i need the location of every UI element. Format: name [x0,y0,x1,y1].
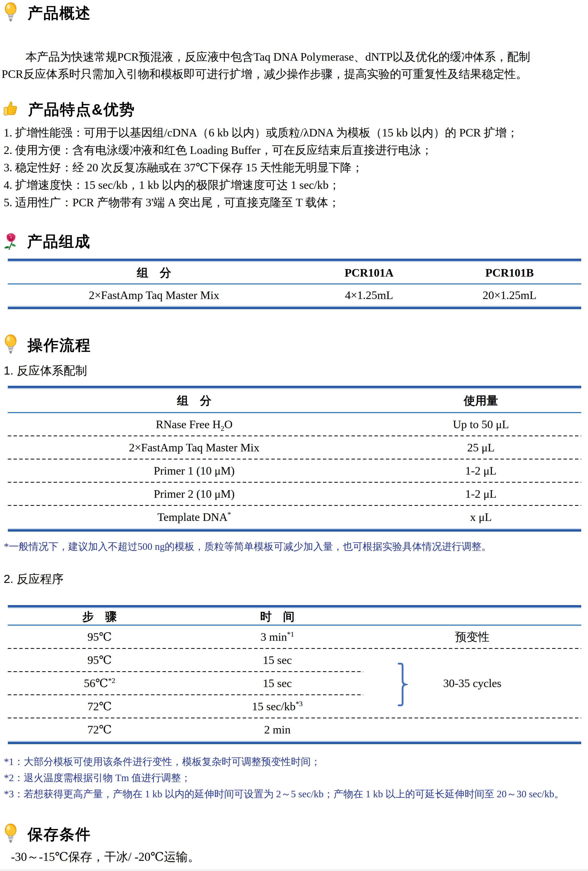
system-table-footnote: *一般情况下，建议加入不超过500 ng的模板，质粒等简单模板可减少加入量，也可… [4,539,588,555]
table-rule [8,259,581,262]
table-cell-time: 15 sec [192,677,364,690]
cycle-brace [397,662,408,708]
composition-table: 组 分 PCR101A PCR101B 2×FastAmp Taq Master… [8,259,581,309]
table-rule [8,528,581,531]
program-footnote: *1：大部分模板可使用该条件进行变性，模板复杂时可调整预变性时间； [4,754,588,770]
table-header-row: 组 分 使用量 [8,389,581,412]
table-cell-component: Primer 1 (10 μM) [8,464,380,477]
table-cell-time: 15 sec [192,654,364,667]
table-cell-amount: x μL [380,510,581,524]
step2-label: 2. 反应程序 [4,571,588,587]
table-cell-step: 95℃ [8,630,192,644]
column-header-step: 步 骤 [8,609,192,624]
overview-line: PCR反应体系时只需加入引物和模板即可进行扩增，减少操作步骤，提高实验的可重复性… [1,66,587,83]
table-cell-time: 15 sec/kb*3 [192,700,364,713]
section-storage-header: 保存条件 [0,823,588,846]
feature-item: 5. 适用性广：PCR 产物带有 3'端 A 突出尾，可直接克隆至 T 载体； [4,194,588,211]
rose-icon [3,232,18,251]
table-cell-step: 95℃ [8,653,192,667]
table-rule [8,741,581,744]
program-footnote: *2：退火温度需根据引物 Tm 值进行调整； [4,770,588,786]
overview-paragraph: 本产品为快速常规PCR预混液，反应液中包含Taq DNA Polymerase、… [1,48,587,83]
table-rule [8,605,581,608]
section-procedure-header: 操作流程 [0,334,588,356]
table-cell-step: 72℃ [8,700,192,713]
table-row: 2×FastAmp Taq Master Mix 25 μL [8,436,581,459]
table-rule [8,386,581,389]
column-header-component: 组 分 [8,265,300,280]
page-bottom-divider [0,870,588,870]
table-cell-step: 72℃ [8,723,192,736]
table-cell-component: Template DNA* [8,510,380,524]
table-cell-component: 2×FastAmp Taq Master Mix [8,441,380,454]
table-cell-component: Primer 2 (10 μM) [8,487,380,501]
table-cell-step: 56℃*2 [8,676,192,690]
program-table: 步 骤 时 间 95℃ 3 min*1 预变性 95℃ 15 sec 56℃*2… [8,605,581,744]
table-cell-cycles: 30-35 cycles [363,677,581,690]
program-footnote: *3：若想获得更高产量，产物在 1 kb 以内的延伸时间可设置为 2～5 sec… [4,786,588,802]
reaction-system-table: 组 分 使用量 RNase Free H2O Up to 50 μL 2×Fas… [8,386,581,531]
table-row: 72℃ 2 min [8,718,581,741]
table-row: 2×FastAmp Taq Master Mix 4×1.25mL 20×1.2… [8,284,581,306]
section-title-overview: 产品概述 [28,3,91,24]
section-composition-header: 产品组成 [0,232,588,252]
table-row: 95℃ 15 sec [8,649,581,671]
feature-item: 2. 使用方便：含有电泳缓冲液和红色 Loading Buffer，可在反应结束… [4,141,588,159]
table-cell-amount: 1-2 μL [380,487,581,501]
table-row: Template DNA* x μL [8,506,581,528]
table-row: Primer 2 (10 μM) 1-2 μL [8,483,581,505]
lightbulb-icon [3,334,19,356]
features-list: 1. 扩增性能强：可用于以基因组/cDNA（6 kb 以内）或质粒/λDNA 为… [4,124,588,211]
column-header-component: 组 分 [8,393,380,409]
table-cell-stage-note: 预变性 [363,629,581,645]
table-row: 72℃ 15 sec/kb*3 [8,695,581,718]
table-row: 95℃ 3 min*1 预变性 [8,626,581,648]
table-row: RNase Free H2O Up to 50 μL [8,413,581,436]
column-header-pcr101b: PCR101B [438,266,581,280]
program-footnotes: *1：大部分模板可使用该条件进行变性，模板复杂时可调整预变性时间； *2：退火温… [0,754,588,802]
table-cell-amount: 25 μL [380,441,581,454]
thumbs-up-icon [3,100,19,119]
section-title-storage: 保存条件 [28,825,91,845]
lightbulb-icon [3,2,19,24]
section-features-header: 产品特点&优势 [0,99,588,120]
column-header-pcr101a: PCR101A [300,266,438,280]
section-title-features: 产品特点&优势 [28,99,135,120]
column-header-amount: 使用量 [380,393,581,409]
table-cell-component: RNase Free H2O [8,418,380,431]
overview-line: 本产品为快速常规PCR预混液，反应液中包含Taq DNA Polymerase、… [1,48,587,66]
step1-label: 1. 反应体系配制 [4,363,588,379]
table-cell-amount: Up to 50 μL [380,418,581,431]
section-title-procedure: 操作流程 [28,335,91,356]
section-title-composition: 产品组成 [27,232,91,252]
table-rule [8,306,581,309]
column-header-time: 时 间 [192,609,364,624]
table-cell-time: 3 min*1 [192,630,364,644]
storage-conditions-text: -30～-15℃保存，干冰/ -20℃运输。 [11,850,588,864]
table-header-row: 组 分 PCR101A PCR101B [8,262,581,283]
table-cell-time: 2 min [192,723,364,736]
table-row: 56℃*2 15 sec 30-35 cycles [8,672,581,694]
table-cell-size-b: 20×1.25mL [438,289,581,302]
feature-item: 3. 稳定性好：经 20 次反复冻融或在 37℃下保存 15 天性能无明显下降； [4,159,588,176]
table-cell-component: 2×FastAmp Taq Master Mix [8,289,300,302]
lightbulb-icon [3,823,19,846]
table-row: Primer 1 (10 μM) 1-2 μL [8,459,581,482]
feature-item: 1. 扩增性能强：可用于以基因组/cDNA（6 kb 以内）或质粒/λDNA 为… [4,124,588,141]
section-overview-header: 产品概述 [0,2,588,24]
feature-item: 4. 扩增速度快：15 sec/kb，1 kb 以内的极限扩增速度可达 1 se… [4,176,588,194]
table-cell-amount: 1-2 μL [380,464,581,477]
table-header-row: 步 骤 时 间 [8,608,581,625]
table-cell-size-a: 4×1.25mL [300,289,438,302]
datasheet-page: { "colors": { "rule_blue": "#2d5ca6", "r… [0,0,588,871]
